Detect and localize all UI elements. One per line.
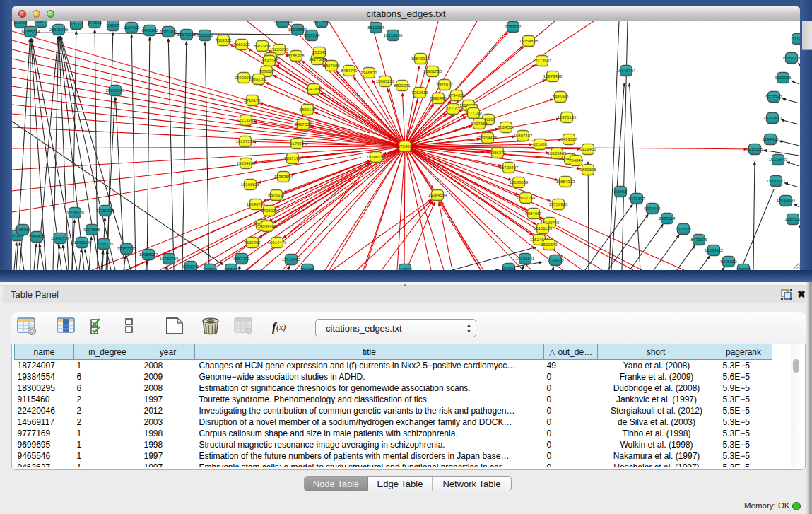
svg-text:10046786: 10046786 xyxy=(247,202,266,206)
svg-text:1435061: 1435061 xyxy=(14,228,31,232)
svg-text:1071913: 1071913 xyxy=(160,30,177,34)
svg-text:10807487: 10807487 xyxy=(514,134,533,138)
svg-text:12942757: 12942757 xyxy=(51,236,70,240)
svg-text:6466160: 6466160 xyxy=(141,28,158,33)
svg-text:17016504: 17016504 xyxy=(777,199,796,203)
svg-text:9997586: 9997586 xyxy=(83,228,100,232)
svg-text:16961758: 16961758 xyxy=(423,69,442,74)
svg-text:7663822: 7663822 xyxy=(215,38,232,42)
svg-text:16210643: 16210643 xyxy=(769,158,788,162)
svg-text:124560: 124560 xyxy=(736,267,751,270)
svg-text:16033809: 16033809 xyxy=(288,28,307,32)
svg-text:180924: 180924 xyxy=(203,267,218,270)
svg-text:154091: 154091 xyxy=(502,267,517,270)
svg-text:18724007: 18724007 xyxy=(396,144,415,148)
svg-text:3824554: 3824554 xyxy=(498,125,514,129)
svg-text:7632621: 7632621 xyxy=(675,227,692,231)
svg-text:9063: 9063 xyxy=(36,21,46,24)
svg-text:92450: 92450 xyxy=(225,267,237,270)
svg-text:201546: 201546 xyxy=(312,50,327,54)
svg-text:17359928: 17359928 xyxy=(96,209,115,213)
svg-text:8267190: 8267190 xyxy=(284,156,301,160)
svg-text:18172: 18172 xyxy=(71,22,83,26)
svg-text:10025488: 10025488 xyxy=(548,151,567,156)
svg-text:10973493: 10973493 xyxy=(543,74,563,78)
svg-text:12505135: 12505135 xyxy=(95,242,114,246)
svg-text:8813054: 8813054 xyxy=(367,25,384,30)
svg-text:19218506: 19218506 xyxy=(384,33,403,37)
svg-text:18300295: 18300295 xyxy=(367,155,386,159)
svg-text:7357224: 7357224 xyxy=(303,33,320,37)
svg-text:9463627: 9463627 xyxy=(560,137,577,141)
svg-text:16211072: 16211072 xyxy=(444,107,463,111)
svg-text:9245652: 9245652 xyxy=(720,259,737,264)
svg-text:2087652: 2087652 xyxy=(505,25,522,29)
svg-text:20053346: 20053346 xyxy=(106,88,125,93)
svg-text:170531: 170531 xyxy=(88,21,102,25)
svg-text:8471676: 8471676 xyxy=(690,238,707,242)
svg-text:16543362: 16543362 xyxy=(260,59,279,63)
svg-text:15885220: 15885220 xyxy=(376,79,395,83)
svg-text:1167533: 1167533 xyxy=(785,217,800,221)
svg-text:19384554: 19384554 xyxy=(428,193,447,197)
svg-text:7625402: 7625402 xyxy=(244,240,261,245)
svg-text:20364436: 20364436 xyxy=(478,136,498,140)
svg-text:12213369: 12213369 xyxy=(237,118,256,122)
svg-text:9115460: 9115460 xyxy=(580,147,597,151)
svg-text:8454749: 8454749 xyxy=(341,69,358,73)
svg-text:2718176: 2718176 xyxy=(244,98,261,103)
svg-text:19654923: 19654923 xyxy=(237,161,256,165)
svg-text:1156829: 1156829 xyxy=(29,235,46,239)
svg-text:110923: 110923 xyxy=(398,267,412,270)
svg-text:16033809: 16033809 xyxy=(273,21,293,24)
svg-text:10688609: 10688609 xyxy=(510,180,529,185)
svg-text:9857791: 9857791 xyxy=(233,257,250,261)
svg-text:9660123: 9660123 xyxy=(233,42,250,47)
svg-text:15716485: 15716485 xyxy=(282,257,301,262)
svg-text:9699695: 9699695 xyxy=(579,168,596,172)
svg-text:8215955: 8215955 xyxy=(746,147,763,151)
svg-text:1145194: 1145194 xyxy=(74,240,91,245)
svg-text:9084067: 9084067 xyxy=(525,211,542,216)
svg-text:2935114: 2935114 xyxy=(659,216,676,221)
svg-text:12975135: 12975135 xyxy=(558,115,577,119)
svg-text:6479197: 6479197 xyxy=(628,197,645,201)
svg-text:1527602: 1527602 xyxy=(123,25,140,30)
svg-text:754844: 754844 xyxy=(569,158,584,163)
svg-text:7386372: 7386372 xyxy=(489,151,506,155)
svg-text:9529966: 9529966 xyxy=(775,76,792,80)
svg-text:12093822: 12093822 xyxy=(763,116,782,120)
svg-text:8990448: 8990448 xyxy=(430,96,447,100)
svg-text:989016: 989016 xyxy=(259,69,274,74)
svg-text:20691406: 20691406 xyxy=(49,28,69,32)
svg-text:19166825: 19166825 xyxy=(241,182,260,187)
svg-text:15720407: 15720407 xyxy=(500,165,519,170)
svg-text:1244415: 1244415 xyxy=(762,137,779,141)
svg-text:19654923: 19654923 xyxy=(556,180,575,184)
svg-text:621600: 621600 xyxy=(533,142,548,146)
svg-text:2803144: 2803144 xyxy=(299,107,316,112)
svg-text:10654112: 10654112 xyxy=(705,248,724,252)
svg-text:1733426: 1733426 xyxy=(547,258,564,262)
svg-text:8912954: 8912954 xyxy=(254,44,271,48)
svg-text:16914479: 16914479 xyxy=(268,240,287,245)
svg-text:14055724: 14055724 xyxy=(21,30,40,34)
svg-text:10958107: 10958107 xyxy=(139,252,158,257)
svg-text:16648764: 16648764 xyxy=(617,69,636,73)
svg-text:(x): (x) xyxy=(276,322,286,332)
svg-text:15692071: 15692071 xyxy=(767,179,786,183)
svg-text:14136141: 14136141 xyxy=(516,257,535,261)
svg-text:93892: 93892 xyxy=(615,189,627,194)
svg-text:14099489: 14099489 xyxy=(258,224,277,228)
svg-text:19807: 19807 xyxy=(107,23,119,28)
svg-text:15640910: 15640910 xyxy=(411,57,430,61)
svg-text:8878332: 8878332 xyxy=(268,193,285,197)
svg-text:2522543: 2522543 xyxy=(541,243,558,247)
svg-text:7955812: 7955812 xyxy=(436,83,453,87)
svg-text:10671385: 10671385 xyxy=(177,33,196,37)
svg-text:22420046: 22420046 xyxy=(235,76,254,80)
svg-text:11123: 11123 xyxy=(792,37,800,41)
svg-text:16782759: 16782759 xyxy=(160,257,179,261)
svg-text:9474444: 9474444 xyxy=(644,206,661,211)
svg-text:16107553: 16107553 xyxy=(236,139,255,144)
